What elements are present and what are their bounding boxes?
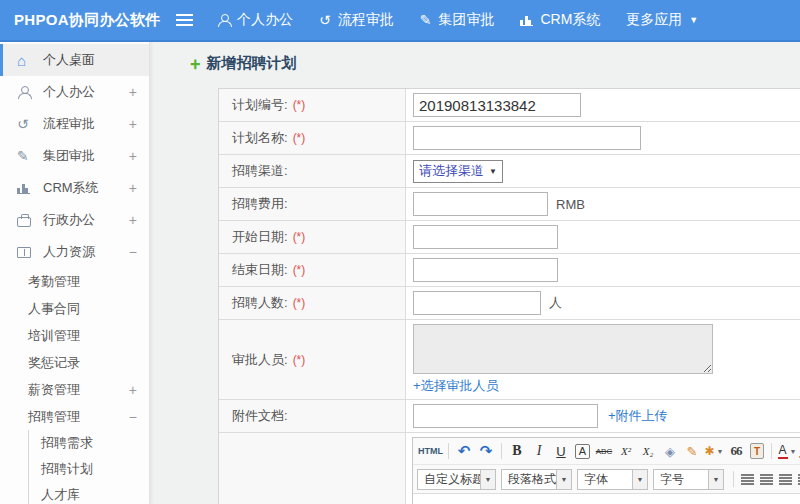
required-mark: (*) — [293, 131, 306, 145]
subscript-icon[interactable]: X₂ — [638, 441, 658, 461]
sidebar-item-attendance[interactable]: 考勤管理 — [0, 268, 149, 295]
sidebar-item-crm[interactable]: CRM系统 + — [0, 172, 149, 204]
align-left-icon[interactable] — [741, 474, 754, 485]
field-value — [406, 122, 800, 154]
expand-plus-icon[interactable]: + — [129, 84, 137, 100]
sidebar-item-label: 个人办公 — [43, 83, 129, 101]
briefcase-icon — [17, 214, 35, 227]
blockquote-icon[interactable]: 66 — [726, 441, 746, 461]
paragraph-format-select[interactable]: 段落格式 ▼ — [501, 469, 572, 490]
expand-plus-icon[interactable]: + — [129, 116, 137, 132]
caret-down-icon: ▼ — [632, 470, 647, 489]
required-mark: (*) — [293, 296, 306, 310]
caret-down-icon: ▼ — [689, 16, 698, 25]
sidebar-item-personal-office[interactable]: 个人办公 + — [0, 76, 149, 108]
collapse-minus-icon[interactable]: − — [129, 409, 137, 425]
sidebar-item-desktop[interactable]: ⌂ 个人桌面 — [0, 44, 149, 76]
sidebar-item-hr-contract[interactable]: 人事合同 — [0, 295, 149, 322]
custom-title-value: 自定义标题 — [418, 470, 480, 489]
sidebar-item-label: 考勤管理 — [28, 273, 137, 291]
sidebar-item-admin-office[interactable]: 行政办公 + — [0, 204, 149, 236]
expand-plus-icon[interactable]: + — [129, 382, 137, 398]
channel-select[interactable]: 请选择渠道 ▼ — [413, 160, 503, 183]
sidebar-item-hr[interactable]: 人力资源 − — [0, 236, 149, 268]
topnav-personal-office[interactable]: 个人办公 — [217, 11, 293, 29]
field-value: HTML ↶ ↷ B I U A ABC X² X₂ ◈ ✎ — [406, 433, 800, 504]
redo-icon[interactable]: ↷ — [476, 441, 496, 461]
eraser-icon[interactable]: ◈ — [660, 441, 680, 461]
toolbar-separator — [501, 443, 502, 459]
autotypeset-icon[interactable]: ✱▼ — [704, 441, 724, 461]
align-center-icon[interactable] — [760, 474, 773, 485]
required-mark: (*) — [293, 353, 306, 367]
topnav-crm[interactable]: CRM系统 — [520, 11, 600, 29]
attachment-input[interactable] — [413, 404, 598, 428]
bordered-font-icon[interactable]: A — [575, 444, 590, 459]
plan-name-input[interactable] — [413, 126, 641, 150]
custom-title-select[interactable]: 自定义标题 ▼ — [417, 469, 496, 490]
sidebar-item-recruit-mgmt[interactable]: 招聘管理 − — [0, 403, 149, 430]
form-row-plan-no: 计划编号: (*) — [219, 89, 800, 122]
start-date-input[interactable] — [413, 225, 558, 249]
plan-no-input[interactable] — [413, 93, 581, 117]
person-icon — [17, 86, 35, 99]
attachment-upload-link[interactable]: +附件上传 — [608, 407, 668, 425]
channel-select-value: 请选择渠道 — [419, 162, 484, 180]
font-size-select[interactable]: 字号 ▼ — [653, 469, 724, 490]
font-color-icon[interactable]: A▼ — [777, 441, 797, 461]
topnav-group-approval[interactable]: ✎ 集团审批 — [420, 11, 495, 29]
sidebar-item-recruit-demand[interactable]: 招聘需求 — [29, 430, 149, 456]
sidebar-item-label: 薪资管理 — [28, 381, 129, 399]
sidebar-item-salary[interactable]: 薪资管理 + — [0, 376, 149, 403]
end-date-input[interactable] — [413, 258, 558, 282]
expand-plus-icon[interactable]: + — [129, 212, 137, 228]
sidebar-item-group-approval[interactable]: ✎ 集团审批 + — [0, 140, 149, 172]
format-brush-icon[interactable]: ✎ — [682, 441, 702, 461]
sidebar-item-workflow-approval[interactable]: ↺ 流程审批 + — [0, 108, 149, 140]
field-value: +选择审批人员 — [406, 320, 800, 399]
caret-down-icon: ▼ — [556, 470, 571, 489]
caret-down-icon: ▼ — [790, 448, 797, 455]
html-source-button[interactable]: HTML — [418, 441, 443, 461]
expand-plus-icon[interactable]: + — [129, 148, 137, 164]
edit-icon: ✎ — [17, 149, 35, 163]
sidebar-item-reward-punishment[interactable]: 奖惩记录 — [0, 349, 149, 376]
recruit-plan-form: 计划编号: (*) 计划名称: (*) 招聘渠道: 请选择渠道 — [218, 88, 800, 504]
undo-icon[interactable]: ↶ — [454, 441, 474, 461]
form-row-start-date: 开始日期: (*) — [219, 221, 800, 254]
sidebar-item-training[interactable]: 培训管理 — [0, 322, 149, 349]
sidebar-item-label: 奖惩记录 — [28, 354, 137, 372]
form-row-end-date: 结束日期: (*) — [219, 254, 800, 287]
italic-icon[interactable]: I — [529, 441, 549, 461]
strikethrough-icon[interactable]: ABC — [594, 441, 614, 461]
editor-toolbar-row1: HTML ↶ ↷ B I U A ABC X² X₂ ◈ ✎ — [413, 438, 800, 465]
headcount-input[interactable] — [413, 291, 541, 315]
sidebar-item-talent-pool[interactable]: 人才库 — [29, 482, 149, 504]
topnav-workflow-approval[interactable]: ↺ 流程审批 — [319, 11, 394, 29]
sidebar-item-label: 招聘管理 — [28, 408, 129, 426]
chart-icon — [17, 182, 35, 194]
approvers-label: 审批人员: — [232, 351, 288, 369]
required-mark: (*) — [293, 263, 306, 277]
form-row-channel: 招聘渠道: 请选择渠道 ▼ — [219, 155, 800, 188]
bold-icon[interactable]: B — [507, 441, 527, 461]
topnav-more-apps[interactable]: 更多应用 ▼ — [626, 11, 698, 29]
font-family-select[interactable]: 字体 ▼ — [577, 469, 648, 490]
flow-icon: ↺ — [319, 13, 331, 27]
align-right-icon[interactable] — [779, 474, 792, 485]
main-content: + 新增招聘计划 计划编号: (*) 计划名称: (*) 招聘渠道: — [150, 42, 800, 504]
choose-approvers-link[interactable]: +选择审批人员 — [413, 377, 499, 395]
approvers-textarea[interactable] — [413, 324, 713, 374]
collapse-minus-icon[interactable]: − — [129, 244, 137, 260]
sidebar-item-recruit-plan[interactable]: 招聘计划 — [29, 456, 149, 482]
top-nav: 个人办公 ↺ 流程审批 ✎ 集团审批 CRM系统 更多应用 ▼ — [217, 11, 698, 29]
editor-content-area[interactable] — [413, 494, 800, 504]
paste-text-icon[interactable]: T — [750, 443, 764, 459]
expand-plus-icon[interactable]: + — [129, 180, 137, 196]
cost-input[interactable] — [413, 192, 548, 216]
caret-down-icon: ▼ — [489, 167, 497, 176]
menu-toggle-button[interactable] — [176, 14, 193, 26]
superscript-icon[interactable]: X² — [616, 441, 636, 461]
sidebar-item-label: 行政办公 — [43, 211, 129, 229]
underline-icon[interactable]: U — [551, 441, 571, 461]
